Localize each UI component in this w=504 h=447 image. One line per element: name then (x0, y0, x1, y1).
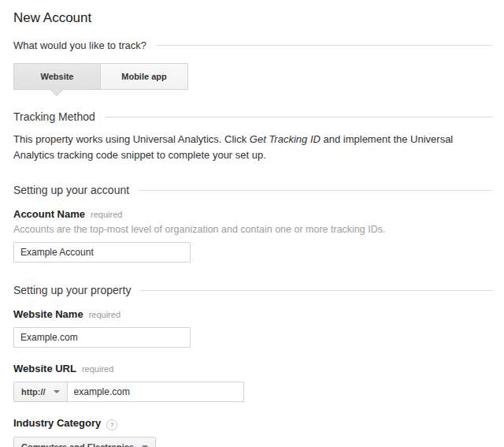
track-type-tabs: Website Mobile app (13, 63, 188, 90)
account-name-label: Account Name (13, 208, 85, 220)
industry-category-label-row: Industry Category ? (13, 417, 492, 430)
page-title: New Account (13, 9, 492, 27)
dropdown-caret-icon (54, 390, 60, 393)
required-badge: required (82, 364, 113, 374)
heading-rule (139, 190, 492, 191)
website-url-label-row: Website URL required (13, 363, 492, 374)
account-name-label-row: Account Name required (13, 208, 492, 220)
tracking-method-heading-row: Tracking Method (13, 110, 492, 123)
track-question-row: What would you like to track? (13, 39, 492, 51)
selected-tab-pointer-icon (50, 89, 63, 95)
heading-rule (156, 45, 492, 46)
tab-website-label: Website (41, 72, 74, 81)
industry-category-control: Computers and Electronics (13, 437, 492, 447)
required-badge: required (91, 210, 122, 219)
tab-mobile-app[interactable]: Mobile app (101, 63, 188, 90)
tab-website[interactable]: Website (13, 63, 101, 90)
track-question-label: What would you like to track? (13, 39, 146, 51)
account-name-input[interactable] (13, 242, 191, 263)
tracking-method-description: This property works using Universal Anal… (13, 132, 492, 163)
property-section-heading-row: Setting up your property (13, 284, 492, 296)
new-account-form: New Account What would you like to track… (0, 0, 504, 447)
heading-rule (105, 117, 492, 117)
property-section-heading: Setting up your property (13, 284, 131, 296)
tracking-method-heading: Tracking Method (13, 110, 95, 123)
description-text: This property works using Universal Anal… (13, 133, 250, 145)
required-badge: required (89, 310, 120, 319)
website-url-label: Website URL (13, 363, 76, 374)
industry-category-select[interactable]: Computers and Electronics (13, 437, 156, 447)
industry-category-label: Industry Category (13, 417, 101, 429)
account-section-heading-row: Setting up your account (13, 184, 492, 196)
help-icon[interactable]: ? (106, 419, 117, 430)
get-tracking-id-emphasis: Get Tracking ID (250, 133, 321, 145)
website-url-row: http:// (13, 382, 492, 402)
website-name-input[interactable] (13, 327, 191, 348)
account-name-helper: Accounts are the top-most level of organ… (13, 224, 492, 235)
website-name-label: Website Name (13, 308, 83, 320)
url-protocol-select[interactable]: http:// (13, 382, 68, 402)
industry-category-value: Computers and Electronics (21, 442, 134, 447)
website-url-input[interactable] (67, 382, 244, 402)
heading-rule (140, 290, 492, 291)
url-protocol-label: http:// (21, 387, 46, 397)
website-name-label-row: Website Name required (13, 308, 492, 320)
tab-mobile-app-label: Mobile app (121, 72, 166, 81)
account-section-heading: Setting up your account (13, 184, 129, 196)
